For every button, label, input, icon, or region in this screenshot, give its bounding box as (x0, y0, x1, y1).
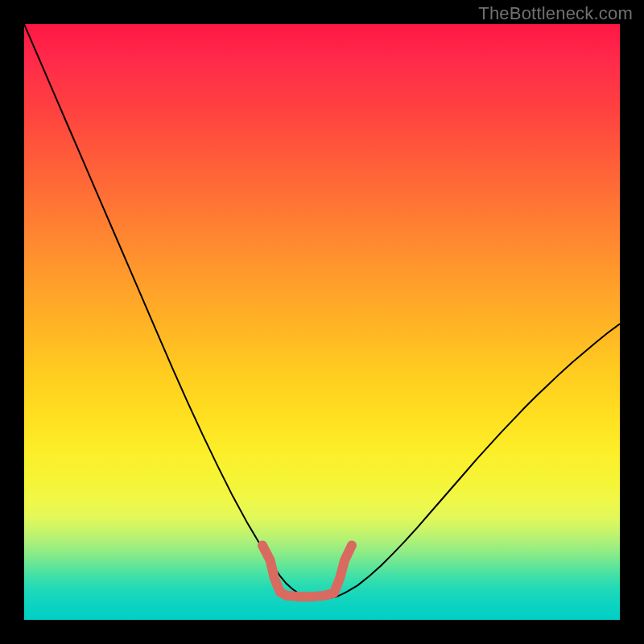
plot-area (24, 24, 620, 620)
bottleneck-curve (24, 24, 620, 599)
chart-frame: TheBottleneck.com (0, 0, 644, 644)
curve-layer (24, 24, 620, 620)
watermark-text: TheBottleneck.com (478, 3, 633, 24)
optimal-range-marker (262, 546, 352, 597)
